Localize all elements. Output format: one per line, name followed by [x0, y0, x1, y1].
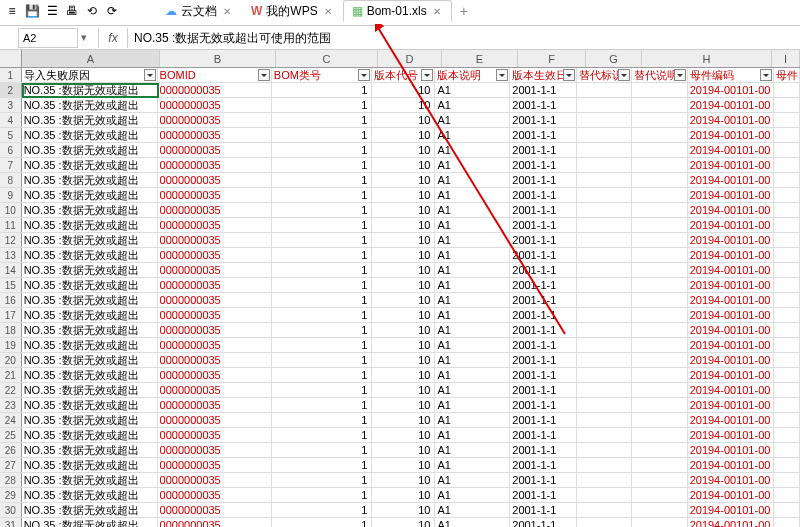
name-box-dropdown[interactable]: ▾ [78, 31, 90, 44]
cell[interactable] [577, 83, 632, 97]
cell[interactable] [774, 113, 800, 127]
cell[interactable]: 20194-00101-00 [688, 518, 775, 527]
row-header[interactable]: 27 [0, 458, 22, 472]
cell[interactable]: 10 [372, 128, 435, 142]
cell[interactable]: A1 [435, 383, 510, 397]
cell[interactable]: 1 [272, 143, 373, 157]
cell[interactable]: 20194-00101-00 [688, 158, 775, 172]
row-header[interactable]: 30 [0, 503, 22, 517]
cell[interactable]: 10 [372, 233, 435, 247]
cell[interactable] [774, 248, 800, 262]
cell[interactable]: A1 [435, 428, 510, 442]
cell[interactable] [774, 98, 800, 112]
cell[interactable]: A1 [435, 113, 510, 127]
cell[interactable] [774, 203, 800, 217]
cell[interactable]: 10 [372, 443, 435, 457]
cell[interactable] [577, 203, 632, 217]
cell[interactable] [577, 473, 632, 487]
cell[interactable]: 10 [372, 158, 435, 172]
cell[interactable]: 10 [372, 218, 435, 232]
cell[interactable] [577, 248, 632, 262]
row-header[interactable]: 6 [0, 143, 22, 157]
cell[interactable] [577, 383, 632, 397]
cell[interactable]: 0000000035 [158, 203, 272, 217]
cell[interactable]: 0000000035 [158, 143, 272, 157]
cell[interactable]: 2001-1-1 [510, 128, 577, 142]
cell[interactable] [774, 308, 800, 322]
header-cell[interactable]: 导入失败原因 [22, 68, 158, 82]
row-header[interactable]: 17 [0, 308, 22, 322]
cell[interactable]: 10 [372, 308, 435, 322]
cell[interactable] [774, 293, 800, 307]
cell[interactable]: 2001-1-1 [510, 188, 577, 202]
cell[interactable] [632, 413, 687, 427]
cell[interactable]: 20194-00101-00 [688, 113, 775, 127]
cell[interactable] [632, 143, 687, 157]
filter-button[interactable] [760, 69, 772, 81]
cell[interactable]: 1 [272, 383, 373, 397]
cell[interactable]: 10 [372, 248, 435, 262]
cell[interactable] [774, 503, 800, 517]
row-header[interactable]: 19 [0, 338, 22, 352]
cell[interactable]: 0000000035 [158, 278, 272, 292]
row-header[interactable]: 13 [0, 248, 22, 262]
cell[interactable]: 2001-1-1 [510, 503, 577, 517]
row-header[interactable]: 21 [0, 368, 22, 382]
cell[interactable]: 20194-00101-00 [688, 458, 775, 472]
cell[interactable]: 0000000035 [158, 353, 272, 367]
header-cell[interactable]: 母件 [774, 68, 800, 82]
cell[interactable] [774, 428, 800, 442]
filter-button[interactable] [258, 69, 270, 81]
cell[interactable] [774, 518, 800, 527]
cell[interactable] [577, 188, 632, 202]
cell[interactable] [774, 413, 800, 427]
cell[interactable]: 1 [272, 473, 373, 487]
cell[interactable]: 0000000035 [158, 488, 272, 502]
cell[interactable] [577, 143, 632, 157]
cell[interactable] [632, 308, 687, 322]
cell[interactable] [632, 383, 687, 397]
cell[interactable]: 10 [372, 458, 435, 472]
cell[interactable]: NO.35 :数据无效或超出 [22, 473, 158, 487]
cell[interactable] [577, 308, 632, 322]
cell[interactable] [774, 278, 800, 292]
cell[interactable]: 1 [272, 428, 373, 442]
cell[interactable]: 10 [372, 338, 435, 352]
cell[interactable]: 2001-1-1 [510, 398, 577, 412]
cell[interactable]: 0000000035 [158, 413, 272, 427]
cell[interactable] [577, 443, 632, 457]
header-cell[interactable]: 替代标识 [577, 68, 632, 82]
cell[interactable]: NO.35 :数据无效或超出 [22, 398, 158, 412]
cell[interactable]: 1 [272, 458, 373, 472]
row-header[interactable]: 24 [0, 413, 22, 427]
row-header[interactable]: 1 [0, 68, 22, 82]
tab-cloud-docs[interactable]: ☁ 云文档 ✕ [156, 0, 242, 22]
cell[interactable] [577, 488, 632, 502]
cell[interactable]: NO.35 :数据无效或超出 [22, 128, 158, 142]
cell[interactable] [577, 428, 632, 442]
cell[interactable]: A1 [435, 473, 510, 487]
cell[interactable] [577, 368, 632, 382]
cell[interactable] [632, 158, 687, 172]
cell[interactable] [632, 278, 687, 292]
cell[interactable]: 20194-00101-00 [688, 353, 775, 367]
cell[interactable]: 10 [372, 518, 435, 527]
cell[interactable]: 2001-1-1 [510, 488, 577, 502]
print-icon[interactable]: 🖶 [64, 3, 80, 19]
cell[interactable]: A1 [435, 218, 510, 232]
header-cell[interactable]: 版本生效日 [510, 68, 577, 82]
cell[interactable]: 10 [372, 353, 435, 367]
col-header-F[interactable]: F [518, 50, 586, 67]
close-icon[interactable]: ✕ [221, 6, 233, 17]
cell[interactable]: 0000000035 [158, 173, 272, 187]
undo-icon[interactable]: ⟲ [84, 3, 100, 19]
cell[interactable]: 10 [372, 398, 435, 412]
cell[interactable] [577, 263, 632, 277]
cell[interactable] [632, 458, 687, 472]
cell[interactable]: 0000000035 [158, 518, 272, 527]
list-icon[interactable]: ☰ [44, 3, 60, 19]
cell[interactable]: 20194-00101-00 [688, 203, 775, 217]
cell[interactable]: A1 [435, 518, 510, 527]
cell[interactable] [774, 83, 800, 97]
cell[interactable]: A1 [435, 263, 510, 277]
